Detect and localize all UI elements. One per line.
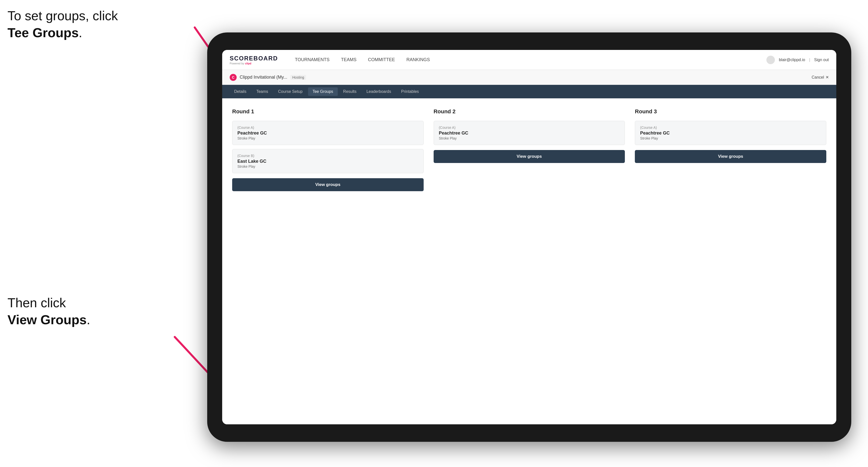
rounds-grid: Round 1 (Course A) Peachtree GC Stroke P… (232, 108, 826, 191)
round-3-course-a-card: (Course A) Peachtree GC Stroke Play (635, 121, 826, 145)
user-email: blair@clippd.io (779, 58, 805, 62)
round-2-course-a-card: (Course A) Peachtree GC Stroke Play (434, 121, 625, 145)
nav-rankings[interactable]: RANKINGS (404, 56, 432, 63)
round-1-title: Round 1 (232, 108, 424, 115)
user-avatar (766, 56, 775, 64)
tab-bar: Details Teams Course Setup Tee Groups Re… (222, 85, 836, 98)
round-3-column: Round 3 (Course A) Peachtree GC Stroke P… (635, 108, 826, 191)
instruction-top: To set groups, click Tee Groups. (7, 7, 118, 41)
round-2-view-groups-button[interactable]: View groups (434, 150, 625, 163)
sign-out-link[interactable]: Sign out (814, 58, 829, 62)
tab-results[interactable]: Results (339, 87, 361, 96)
sub-header-left: C Clippd Invitational (My... Hosting (230, 74, 306, 81)
round-1-view-groups-button[interactable]: View groups (232, 178, 424, 191)
tab-details[interactable]: Details (230, 87, 251, 96)
nav-teams[interactable]: TEAMS (339, 56, 359, 63)
round-1-column: Round 1 (Course A) Peachtree GC Stroke P… (232, 108, 424, 191)
instruction-top-line2: Tee Groups. (7, 25, 118, 41)
top-nav-right: blair@clippd.io | Sign out (766, 56, 829, 64)
instruction-top-bold: Tee Groups (7, 26, 79, 40)
nav-tournaments[interactable]: TOURNAMENTS (293, 56, 332, 63)
round-1-course-a-format: Stroke Play (238, 136, 418, 140)
round-2-course-a-name: Peachtree GC (439, 130, 620, 136)
round-3-course-a-format: Stroke Play (640, 136, 821, 140)
round-1-course-b-name: East Lake GC (238, 159, 418, 164)
instruction-bottom: Then click View Groups. (7, 294, 90, 328)
main-content: Round 1 (Course A) Peachtree GC Stroke P… (222, 98, 836, 424)
tablet-frame: SCOREBOARD Powered by clipd TOURNAMENTS … (207, 32, 851, 442)
round-1-course-b-format: Stroke Play (238, 164, 418, 168)
cancel-button[interactable]: Cancel ✕ (812, 75, 829, 80)
logo-scoreboard: SCOREBOARD (230, 55, 278, 62)
tournament-name: Clippd Invitational (My... (240, 74, 287, 80)
instruction-bottom-line1: Then click (7, 294, 90, 311)
instruction-bottom-bold: View Groups (7, 312, 87, 327)
round-1-course-b-card: (Course B) East Lake GC Stroke Play (232, 149, 424, 173)
round-3-title: Round 3 (635, 108, 826, 115)
clipd-logo-small: C (230, 74, 237, 81)
round-2-course-a-format: Stroke Play (439, 136, 620, 140)
instruction-bottom-line2: View Groups. (7, 311, 90, 329)
sub-header: C Clippd Invitational (My... Hosting Can… (222, 70, 836, 85)
logo-area: SCOREBOARD Powered by clipd (230, 55, 278, 65)
instruction-top-line1: To set groups, click (7, 7, 118, 25)
tab-leaderboards[interactable]: Leaderboards (362, 87, 396, 96)
tab-course-setup[interactable]: Course Setup (274, 87, 307, 96)
logo-clipd-text: clipd (245, 62, 251, 65)
hosting-badge: Hosting (290, 75, 306, 80)
round-1-course-b-label: (Course B) (238, 154, 418, 158)
tab-tee-groups[interactable]: Tee Groups (308, 87, 338, 96)
round-2-course-a-label: (Course A) (439, 126, 620, 129)
tablet-screen: SCOREBOARD Powered by clipd TOURNAMENTS … (222, 50, 836, 424)
round-3-course-a-label: (Course A) (640, 126, 821, 129)
separator: | (809, 58, 810, 62)
tab-printables[interactable]: Printables (397, 87, 424, 96)
round-1-course-a-label: (Course A) (238, 126, 418, 129)
round-3-view-groups-button[interactable]: View groups (635, 150, 826, 163)
round-2-title: Round 2 (434, 108, 625, 115)
tab-teams[interactable]: Teams (252, 87, 273, 96)
logo-powered: Powered by clipd (230, 62, 251, 65)
top-nav-links: TOURNAMENTS TEAMS COMMITTEE RANKINGS (293, 56, 756, 63)
round-1-course-a-card: (Course A) Peachtree GC Stroke Play (232, 121, 424, 145)
top-nav: SCOREBOARD Powered by clipd TOURNAMENTS … (222, 50, 836, 70)
nav-committee[interactable]: COMMITTEE (366, 56, 397, 63)
round-1-course-a-name: Peachtree GC (238, 130, 418, 136)
round-2-column: Round 2 (Course A) Peachtree GC Stroke P… (434, 108, 625, 191)
round-3-course-a-name: Peachtree GC (640, 130, 821, 136)
